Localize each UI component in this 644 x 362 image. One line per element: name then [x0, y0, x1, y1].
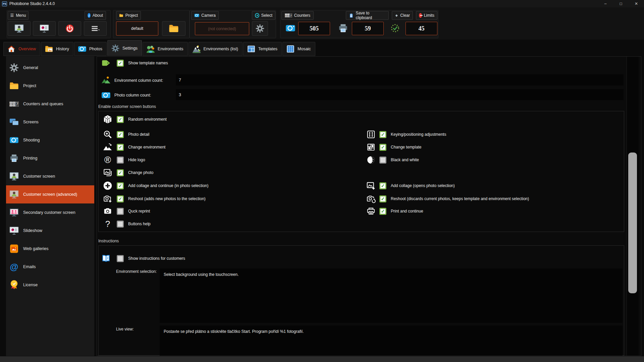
clear-button[interactable]: Clear	[392, 11, 413, 20]
tab-history[interactable]: History	[41, 42, 73, 56]
menu-button[interactable]: ☰ Menu	[8, 11, 29, 20]
change-environment-row: Change environment	[103, 142, 165, 152]
project-tab[interactable]: Project	[116, 11, 141, 20]
hide-logo-row: ® Hide logo	[103, 155, 145, 165]
tab-templates[interactable]: Templates	[243, 42, 282, 56]
folder-icon	[119, 13, 123, 18]
camera-plus-icon	[103, 194, 113, 204]
camera-icon	[194, 13, 199, 18]
camera-select-button[interactable]: Select	[252, 11, 275, 20]
camera-icon	[9, 135, 19, 145]
tab-environments[interactable]: Environments	[143, 42, 187, 56]
buttons-help-checkbox[interactable]	[117, 221, 124, 228]
hamburger-icon: ☰	[10, 13, 14, 18]
tab-settings[interactable]: Settings	[107, 40, 142, 56]
tab-mosaic[interactable]: Mosaic	[282, 42, 315, 56]
random-environment-row: Random environment	[103, 114, 167, 124]
folder-icon	[9, 80, 19, 91]
sidebar-item-printing[interactable]: Printing	[6, 149, 94, 167]
environment-column-count-input[interactable]	[176, 74, 624, 85]
quick-reprint-checkbox[interactable]	[117, 208, 124, 215]
sidebar-item-shooting[interactable]: Shooting	[6, 131, 94, 149]
print-continue-checkbox[interactable]	[379, 208, 386, 215]
customer-screen-button[interactable]	[8, 21, 31, 36]
change-template-checkbox[interactable]	[379, 144, 386, 151]
sidebar-item-general[interactable]: General	[6, 59, 94, 77]
reshoot-add-row: Reshoot (adds new photos to the selectio…	[103, 194, 206, 204]
title-bar: PS Photobone Studio 2.4.4.0 – □ ✕	[0, 0, 644, 7]
reshoot-add-checkbox[interactable]	[117, 195, 124, 202]
show-template-names-row: Show template names	[101, 58, 168, 68]
random-environment-checkbox[interactable]	[117, 116, 124, 123]
clipboard-icon	[349, 13, 354, 18]
camera-icon	[78, 45, 87, 53]
camera-settings-button[interactable]	[252, 21, 268, 36]
minimize-button[interactable]: –	[598, 0, 613, 7]
about-button[interactable]: i About	[85, 11, 106, 20]
magnifier-plus-icon	[103, 129, 113, 139]
sidebar-item-screens[interactable]: Screens	[6, 113, 94, 131]
project-group: Project default	[113, 10, 190, 38]
photo-detail-row: Photo detail	[103, 129, 149, 139]
live-view-textarea[interactable]: Postavte se před plátno a stiskněte tlač…	[160, 325, 623, 356]
done-counter-value[interactable]: 45	[406, 22, 437, 35]
sidebar-item-secondary-customer-screen[interactable]: Secondary customer screen	[6, 203, 94, 222]
gear-icon	[255, 24, 265, 33]
sidebar-item-license[interactable]: License	[6, 276, 94, 294]
template-grid-icon	[366, 142, 376, 152]
add-collage-opens-checkbox[interactable]	[379, 182, 386, 189]
show-instructions-row: Show instructions for customers	[101, 253, 185, 263]
slideshow-button[interactable]	[33, 21, 56, 36]
change-photo-row: Change photo	[103, 168, 153, 178]
mountain-arrow-icon	[103, 142, 113, 152]
info-icon: i	[88, 13, 91, 18]
tab-overview[interactable]: Overview	[3, 42, 40, 56]
reshoot-discard-checkbox[interactable]	[379, 195, 386, 202]
show-template-names-checkbox[interactable]	[117, 60, 124, 67]
print-continue-row: Print and continue	[366, 206, 423, 216]
open-project-button[interactable]	[162, 21, 185, 36]
reshoot-discard-row: Reshoot (discards current photos, keeps …	[366, 194, 529, 204]
photo-detail-checkbox[interactable]	[117, 131, 124, 138]
sidebar-item-project[interactable]: Project	[6, 77, 94, 95]
change-environment-checkbox[interactable]	[117, 144, 124, 151]
tab-environments-list[interactable]: Environments (list)	[189, 42, 243, 56]
registered-icon: ®	[103, 155, 113, 165]
folder-icon	[168, 23, 179, 34]
save-to-clipboard-button[interactable]: Save to clipboard	[346, 11, 389, 20]
main-tab-bar: Overview History Photos Settings Environ…	[3, 40, 315, 56]
sidebar-item-slideshow[interactable]: Slideshow	[6, 222, 94, 240]
keying-adjustments-checkbox[interactable]	[379, 131, 386, 138]
maximize-button[interactable]: □	[613, 0, 629, 7]
show-instructions-checkbox[interactable]	[117, 255, 124, 262]
limits-button[interactable]: Limits	[416, 11, 437, 20]
photobone-studio-window: PS Photobone Studio 2.4.4.0 – □ ✕ ☰ Menu…	[0, 0, 644, 362]
counters-group: Counters Save to clipboard Clear Limits …	[280, 10, 438, 38]
power-button[interactable]	[58, 21, 81, 36]
sidebar-item-web-galleries[interactable]: Web galleries	[6, 240, 94, 258]
tab-photos[interactable]: Photos	[74, 42, 107, 56]
environment-selection-textarea[interactable]: Select background using the touchscreen.	[160, 268, 623, 323]
menu-list-button[interactable]	[84, 21, 107, 36]
toolbar: ☰ Menu i About Project default	[0, 7, 644, 40]
sidebar-item-counters-queues[interactable]: Counters and queues	[6, 95, 94, 113]
printer-icon	[366, 206, 376, 216]
sidebar-item-customer-screen[interactable]: Customer screen	[6, 167, 94, 185]
gear-icon	[111, 44, 120, 53]
sidebar-item-customer-screen-advanced[interactable]: Customer screen (advanced)	[6, 185, 94, 203]
counters-tab[interactable]: Counters	[281, 11, 314, 20]
hide-logo-checkbox[interactable]	[117, 157, 124, 164]
vertical-scrollbar-thumb[interactable]	[628, 153, 637, 293]
project-name-field[interactable]: default	[116, 21, 158, 36]
sidebar-item-emails[interactable]: @ Emails	[6, 258, 94, 276]
close-button[interactable]: ✕	[629, 0, 644, 7]
change-photo-checkbox[interactable]	[117, 169, 124, 176]
add-collage-continue-checkbox[interactable]	[117, 182, 124, 189]
prints-counter-value[interactable]: 59	[352, 22, 384, 35]
photo-column-count-input[interactable]	[176, 89, 624, 100]
photos-counter-value[interactable]: 505	[298, 22, 330, 35]
camera-tab[interactable]: Camera	[191, 11, 219, 20]
live-view-label: Live view:	[116, 327, 134, 331]
black-white-checkbox[interactable]	[379, 157, 386, 164]
mountains-sun-icon	[101, 75, 111, 85]
